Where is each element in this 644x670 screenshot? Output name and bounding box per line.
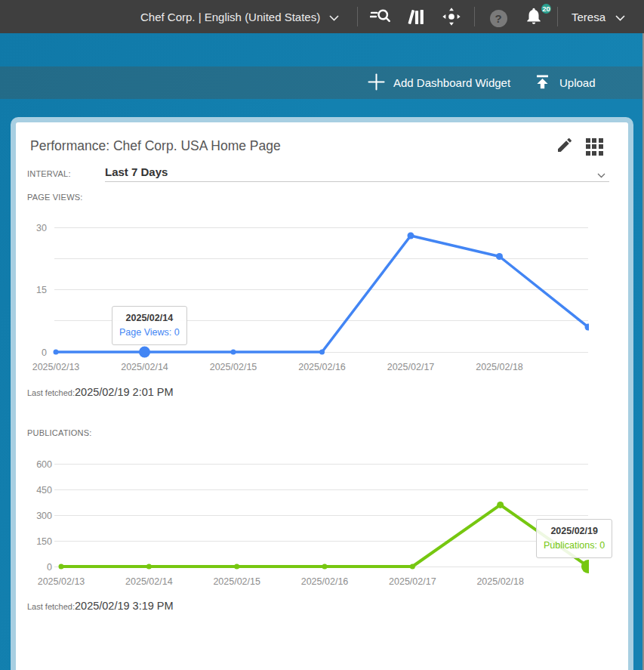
last-fetched-label: Last fetched:: [27, 388, 75, 397]
publications-section-label: PUBLICATIONS:: [27, 428, 92, 437]
last-fetched-value: 2025/02/19 3:19 PM: [75, 600, 174, 612]
svg-text:2025/02/18: 2025/02/18: [476, 362, 523, 372]
upload-button[interactable]: Upload: [534, 66, 596, 99]
chevron-down-icon[interactable]: [597, 168, 605, 181]
svg-text:150: 150: [36, 536, 52, 547]
top-nav: Chef Corp. | English (United States): [0, 0, 644, 33]
svg-text:2025/02/17: 2025/02/17: [387, 362, 435, 372]
svg-text:300: 300: [36, 511, 52, 521]
upload-label: Upload: [559, 76, 596, 89]
performance-widget-card: Performance: Chef Corp. USA Home Page IN…: [11, 117, 633, 670]
data-point: [322, 564, 328, 570]
svg-text:2025/02/15: 2025/02/15: [210, 362, 257, 372]
last-fetched-label: Last fetched:: [27, 602, 75, 611]
notification-count-badge: 20: [540, 2, 553, 15]
svg-text:2025/02/13: 2025/02/13: [38, 576, 85, 587]
tooltip-value: Publications: 0: [544, 539, 605, 553]
help-glyph: ?: [490, 10, 507, 27]
tooltip-value: Page Views: 0: [119, 326, 180, 340]
data-point: [496, 253, 503, 260]
svg-text:0: 0: [42, 347, 47, 358]
data-point: [54, 350, 59, 355]
nav-divider: [357, 7, 358, 26]
svg-text:2025/02/15: 2025/02/15: [213, 576, 260, 587]
pencil-icon: [556, 136, 574, 157]
dashboard-toolbar: Add Dashboard Widget Upload: [0, 66, 644, 99]
page-views-section-label: PAGE VIEWS:: [27, 193, 83, 202]
publications-tooltip: 2025/02/19 Publications: 0: [536, 519, 612, 558]
interval-select[interactable]: Last 7 Days: [105, 165, 608, 178]
data-point: [410, 564, 415, 570]
nav-divider: [474, 7, 475, 26]
library-books-icon[interactable]: [405, 6, 427, 27]
svg-text:0: 0: [47, 562, 52, 573]
svg-text:15: 15: [36, 285, 47, 295]
data-point: [234, 564, 239, 570]
notifications-bell-icon[interactable]: 20: [524, 5, 547, 28]
svg-text:2025/02/18: 2025/02/18: [476, 576, 524, 587]
user-name-label: Teresa: [572, 11, 605, 23]
crosshair-target-icon[interactable]: [441, 6, 462, 27]
svg-text:2025/02/14: 2025/02/14: [125, 576, 173, 587]
svg-text:2025/02/14: 2025/02/14: [121, 362, 168, 372]
tooltip-date: 2025/02/19: [544, 524, 605, 539]
data-point: [59, 564, 64, 570]
publications-last-fetched: Last fetched: 2025/02/19 3:19 PM: [27, 600, 174, 612]
tenant-language-label: Chef Corp. | English (United States): [140, 11, 320, 23]
grid-menu-icon: [586, 138, 603, 156]
interval-select-underline: [105, 181, 609, 182]
widget-menu-button[interactable]: [584, 137, 604, 156]
add-dashboard-widget-label: Add Dashboard Widget: [393, 76, 510, 89]
nav-divider: [557, 7, 558, 26]
publications-chart[interactable]: 60045030015002025/02/132025/02/142025/02…: [27, 457, 589, 601]
tenant-language-selector[interactable]: Chef Corp. | English (United States): [140, 0, 339, 33]
add-dashboard-widget-button[interactable]: Add Dashboard Widget: [368, 66, 510, 99]
plus-icon: [368, 73, 385, 93]
upload-icon: [534, 73, 551, 93]
tooltip-date: 2025/02/14: [119, 311, 180, 326]
page-views-chart[interactable]: 301502025/02/132025/02/142025/02/152025/…: [27, 222, 589, 381]
widget-title: Performance: Chef Corp. USA Home Page: [30, 138, 281, 154]
edit-widget-button[interactable]: [555, 137, 575, 156]
data-point: [408, 233, 414, 239]
interval-label: INTERVAL:: [27, 169, 71, 178]
last-fetched-value: 2025/02/19 2:01 PM: [75, 386, 174, 398]
help-icon[interactable]: ?: [488, 8, 509, 29]
svg-text:2025/02/17: 2025/02/17: [389, 576, 436, 587]
page-views-last-fetched: Last fetched: 2025/02/19 2:01 PM: [27, 386, 174, 398]
chevron-down-icon: [615, 11, 625, 23]
advanced-search-icon[interactable]: [369, 6, 390, 27]
page-views-tooltip: 2025/02/14 Page Views: 0: [112, 306, 187, 345]
svg-text:2025/02/13: 2025/02/13: [32, 362, 80, 372]
svg-text:2025/02/16: 2025/02/16: [301, 576, 349, 587]
hero-banner: [0, 33, 644, 66]
data-point: [139, 347, 150, 358]
data-point: [231, 350, 236, 355]
data-point: [497, 502, 504, 508]
data-point: [146, 564, 152, 570]
svg-text:600: 600: [36, 459, 52, 470]
svg-text:2025/02/16: 2025/02/16: [298, 362, 346, 372]
data-point: [319, 350, 325, 355]
svg-text:450: 450: [36, 485, 52, 496]
svg-text:30: 30: [36, 223, 47, 233]
user-menu[interactable]: Teresa: [572, 0, 625, 33]
chevron-down-icon: [329, 11, 339, 23]
